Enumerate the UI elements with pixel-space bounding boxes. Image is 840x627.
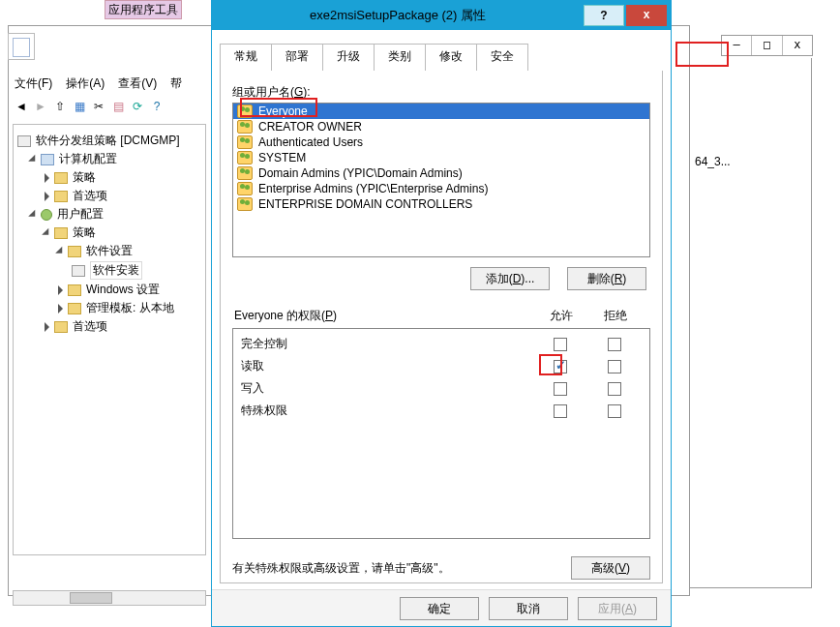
tree-admin-templates[interactable]: 管理模板: 从本地 — [58, 300, 201, 316]
refresh-icon[interactable]: ⟳ — [129, 98, 146, 115]
tree-soft-settings[interactable]: 软件设置 — [58, 243, 201, 259]
tree-computer-pref[interactable]: 首选项 — [45, 188, 201, 204]
user-row-enterprise-admins[interactable]: Enterprise Admins (YPIC\Enterprise Admin… — [233, 181, 649, 196]
allow-special-checkbox[interactable] — [554, 404, 567, 418]
perm-label: 读取 — [241, 358, 533, 374]
group-icon — [237, 104, 253, 118]
deny-special-checkbox[interactable] — [608, 404, 621, 418]
user-list[interactable]: Everyone CREATOR OWNER Authenticated Use… — [232, 103, 650, 257]
bg-max-button[interactable]: □ — [751, 36, 781, 55]
toolbar: ◄ ► ⇧ ▦ ✂ ▤ ⟳ ? — [13, 95, 165, 118]
bg-close-button[interactable]: x — [782, 36, 812, 55]
group-icon — [237, 135, 253, 149]
allow-read-checkbox[interactable] — [554, 360, 567, 373]
deny-write-checkbox[interactable] — [608, 382, 621, 396]
apply-button[interactable]: 应用(A) — [578, 597, 657, 620]
dialog-titlebar: exe2msiSetupPackage (2) 属性 ? x — [212, 1, 671, 30]
menu-action[interactable]: 操作(A) — [64, 74, 106, 93]
tree-label: 用户配置 — [57, 206, 104, 223]
tree-computer-policy[interactable]: 策略 — [45, 169, 201, 186]
tree-label: 策略 — [73, 169, 96, 186]
advanced-row: 有关特殊权限或高级设置，请单击"高级"。 高级(V) — [232, 556, 650, 580]
perm-label: 完全控制 — [241, 336, 533, 352]
permissions-list: 完全控制 读取 写入 特殊权限 — [232, 328, 650, 539]
tree-win-settings[interactable]: Windows 设置 — [58, 282, 201, 298]
tab-deploy[interactable]: 部署 — [271, 44, 323, 71]
folder-icon — [54, 172, 68, 184]
tree-user-pref[interactable]: 首选项 — [45, 318, 201, 335]
back-icon[interactable]: ◄ — [13, 98, 30, 115]
tree-label: Windows 设置 — [86, 282, 160, 298]
tab-modify[interactable]: 修改 — [425, 44, 477, 71]
user-icon — [41, 209, 52, 221]
dialog-help-button[interactable]: ? — [584, 5, 624, 26]
group-icon — [237, 166, 253, 180]
tree-soft-install[interactable]: 软件安装 — [72, 261, 201, 280]
add-button[interactable]: 添加(D)... — [470, 267, 550, 290]
deny-header: 拒绝 — [588, 308, 643, 324]
menu-help[interactable]: 帮 — [168, 74, 184, 93]
deny-read-checkbox[interactable] — [608, 360, 621, 373]
user-row-creator-owner[interactable]: CREATOR OWNER — [233, 119, 649, 134]
tab-general[interactable]: 常规 — [220, 44, 272, 71]
folder-icon — [54, 227, 68, 239]
security-tab-body: 组或用户名(G): Everyone CREATOR OWNER Authent… — [220, 71, 663, 583]
tree-root[interactable]: 软件分发组策略 [DCMGMP] — [17, 133, 201, 149]
user-row-everyone[interactable]: Everyone — [233, 104, 649, 119]
cancel-button[interactable]: 取消 — [489, 597, 568, 620]
user-name: Authenticated Users — [258, 135, 363, 149]
scrollbar-thumb[interactable] — [70, 592, 112, 604]
cut-icon[interactable]: ✂ — [90, 98, 107, 115]
user-row-edc[interactable]: ENTERPRISE DOMAIN CONTROLLERS — [233, 196, 649, 212]
remove-button[interactable]: 删除(R) — [567, 267, 646, 290]
tab-category[interactable]: 类别 — [374, 44, 426, 71]
forward-icon[interactable]: ► — [32, 98, 49, 115]
tree-label: 首选项 — [73, 188, 107, 204]
tree-horizontal-scrollbar[interactable] — [13, 590, 206, 606]
folder-icon — [68, 303, 81, 314]
user-row-auth-users[interactable]: Authenticated Users — [233, 134, 649, 150]
user-name: SYSTEM — [258, 151, 306, 164]
grid-icon[interactable]: ▦ — [71, 98, 88, 115]
folder-icon — [54, 321, 68, 333]
allow-write-checkbox[interactable] — [554, 382, 567, 396]
tree-root-label: 软件分发组策略 [DCMGMP] — [36, 133, 180, 149]
allow-header: 允许 — [534, 308, 588, 324]
folder-icon — [54, 191, 68, 202]
dialog-tabs: 常规 部署 升级 类别 修改 安全 — [220, 44, 663, 71]
perm-row-special: 特殊权限 — [233, 400, 649, 422]
help-icon[interactable]: ? — [148, 98, 165, 115]
user-row-system[interactable]: SYSTEM — [233, 150, 649, 165]
props-icon[interactable]: ▤ — [109, 98, 127, 115]
ok-button[interactable]: 确定 — [400, 597, 479, 620]
perm-row-read: 读取 — [233, 355, 649, 377]
tree-label: 计算机配置 — [59, 151, 117, 167]
allow-full-checkbox[interactable] — [554, 338, 567, 351]
tree-user-policy[interactable]: 策略 — [45, 224, 201, 241]
up-icon[interactable]: ⇧ — [51, 98, 69, 115]
tree-computer-config[interactable]: 计算机配置 — [31, 151, 201, 167]
user-name: Domain Admins (YPIC\Domain Admins) — [258, 166, 463, 180]
perm-label: 特殊权限 — [241, 403, 533, 419]
installer-icon — [72, 265, 85, 277]
background-list-item[interactable]: 64_3... — [695, 155, 731, 168]
perm-row-write: 写入 — [233, 377, 649, 400]
advanced-button[interactable]: 高级(V) — [571, 556, 650, 580]
deny-full-checkbox[interactable] — [608, 338, 621, 351]
menu-view[interactable]: 查看(V) — [116, 74, 159, 93]
menubar: 文件(F) 操作(A) 查看(V) 帮 — [13, 74, 184, 93]
tab-upgrade[interactable]: 升级 — [322, 44, 375, 71]
advanced-message: 有关特殊权限或高级设置，请单击"高级"。 — [232, 560, 571, 577]
permissions-label: Everyone 的权限(P) — [234, 308, 534, 324]
user-row-domain-admins[interactable]: Domain Admins (YPIC\Domain Admins) — [233, 165, 649, 181]
groups-label: 组或用户名(G): — [232, 84, 650, 101]
computer-icon — [41, 154, 54, 165]
ribbon-tab-app-tools[interactable]: 应用程序工具 — [105, 0, 182, 19]
dialog-close-button[interactable]: x — [626, 5, 667, 26]
menu-file[interactable]: 文件(F) — [13, 74, 54, 93]
dialog-title: exe2msiSetupPackage (2) 属性 — [212, 7, 584, 24]
tab-security[interactable]: 安全 — [476, 44, 528, 71]
bg-min-button[interactable]: – — [722, 36, 751, 55]
tree-pane: 软件分发组策略 [DCMGMP] 计算机配置 策略 首选项 用户配置 策略 软件… — [13, 124, 206, 555]
tree-user-config[interactable]: 用户配置 — [31, 206, 201, 223]
